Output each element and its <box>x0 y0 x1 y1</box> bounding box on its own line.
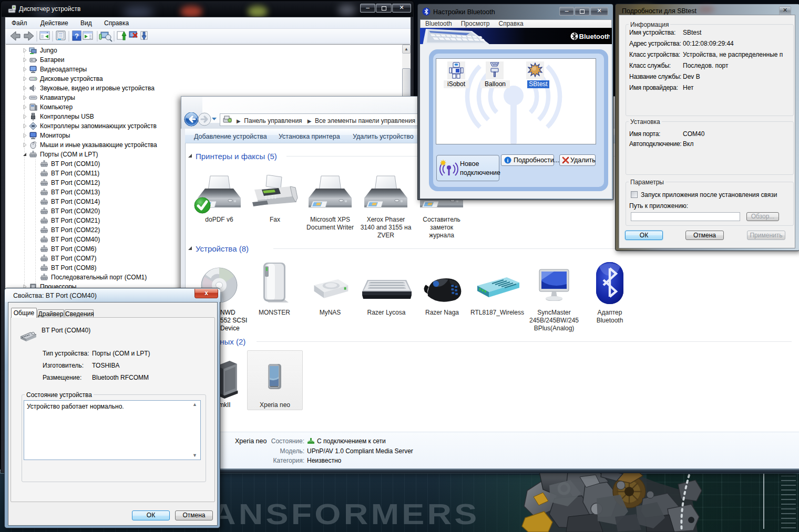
svg-text:i: i <box>507 158 509 163</box>
svg-text:?: ? <box>75 32 79 40</box>
svg-text:Bluetooth: Bluetooth <box>579 33 610 40</box>
